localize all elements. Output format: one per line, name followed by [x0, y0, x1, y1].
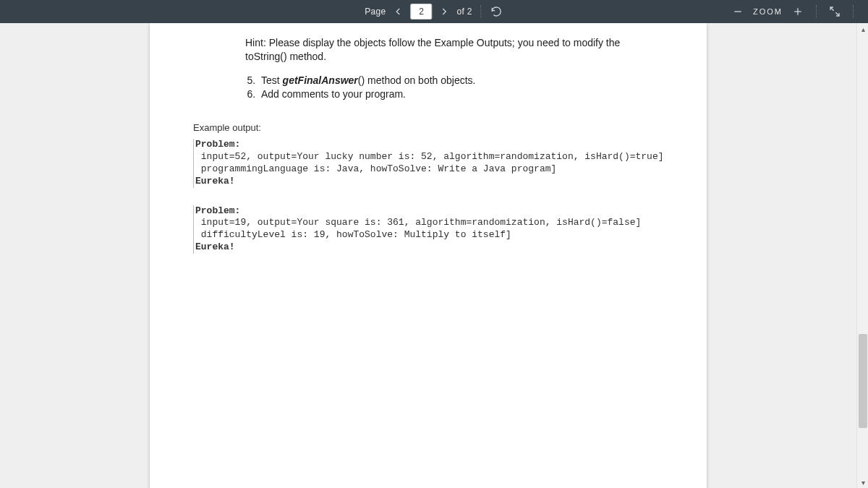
scroll-up-button[interactable]: ▴ — [857, 23, 868, 35]
example-output-2: Problem: input=19, output=Your square is… — [193, 205, 663, 254]
zoom-in-button[interactable] — [791, 5, 804, 18]
page-nav-group: Page of 2 — [365, 4, 503, 20]
list-item: Add comments to your program. — [258, 87, 663, 102]
example-output-label: Example output: — [193, 122, 663, 133]
collapse-icon[interactable] — [828, 5, 841, 18]
page-number-input[interactable] — [411, 4, 433, 20]
pdf-toolbar: Page of 2 ZOOM — [0, 0, 868, 23]
document-viewport[interactable]: Hint: Please display the objects follow … — [0, 23, 856, 488]
zoom-label: ZOOM — [753, 7, 783, 16]
list-item: Test getFinalAnswer() method on both obj… — [258, 74, 663, 88]
example-output-1: Problem: input=52, output=Your lucky num… — [193, 139, 663, 188]
hint-text: Hint: Please display the objects follow … — [245, 36, 663, 64]
prev-page-button[interactable] — [392, 5, 405, 18]
document-page: Hint: Please display the objects follow … — [150, 23, 707, 488]
refresh-icon[interactable] — [490, 5, 503, 18]
steps-list: Test getFinalAnswer() method on both obj… — [245, 74, 663, 102]
toolbar-separator — [481, 5, 482, 18]
svg-line-4 — [835, 12, 839, 16]
scroll-down-button[interactable]: ▾ — [857, 476, 868, 488]
vertical-scrollbar[interactable]: ▴ ▾ — [856, 23, 868, 488]
toolbar-separator — [816, 5, 817, 18]
next-page-button[interactable] — [438, 5, 451, 18]
zoom-out-button[interactable] — [731, 5, 744, 18]
scrollbar-thumb[interactable] — [859, 334, 867, 428]
page-label: Page — [365, 7, 386, 17]
page-total: of 2 — [457, 7, 472, 17]
toolbar-separator — [853, 5, 854, 18]
toolbar-right-group: ZOOM — [731, 5, 868, 18]
svg-line-3 — [830, 7, 834, 11]
